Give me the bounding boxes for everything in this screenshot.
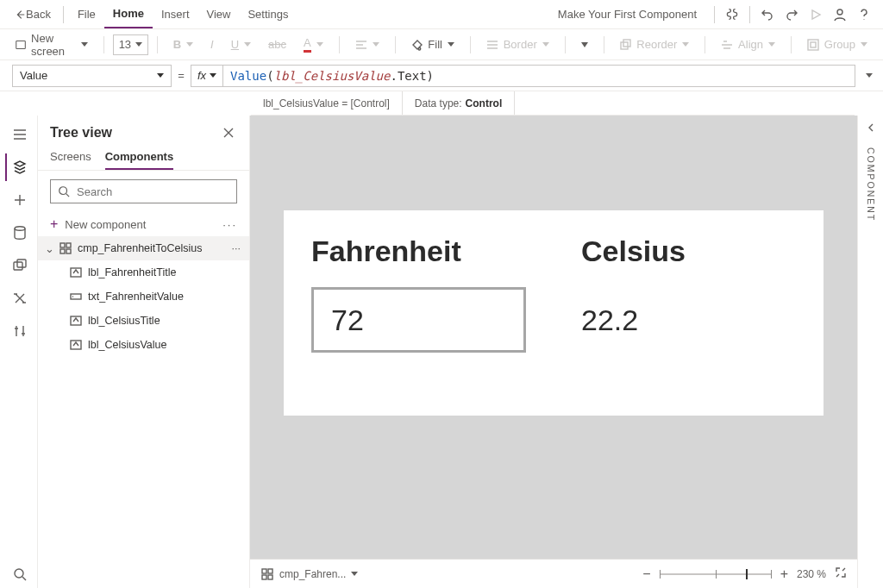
formula-context: lbl_CelsiusValue = [Control] xyxy=(251,91,403,115)
group-button[interactable]: Group xyxy=(800,34,874,54)
equals-label: = xyxy=(172,69,191,82)
label-icon xyxy=(69,314,83,328)
underline-button[interactable]: U xyxy=(224,34,258,54)
rail-variables[interactable] xyxy=(5,285,33,312)
app-checker-icon[interactable] xyxy=(720,3,744,27)
property-dropdown[interactable]: Value xyxy=(12,65,172,87)
reorder-button[interactable]: Reorder xyxy=(612,34,696,54)
tree-item-lbl-celsius-title[interactable]: lbl_CelsiusTitle xyxy=(38,309,249,333)
expand-ribbon-button[interactable] xyxy=(574,39,595,51)
zoom-in-button[interactable]: + xyxy=(780,566,788,582)
rail-advanced[interactable] xyxy=(5,317,33,345)
tab-screens[interactable]: Screens xyxy=(50,150,91,170)
fit-to-window-button[interactable] xyxy=(835,566,847,581)
tree-item-label: cmp_FahrenheitToCelsius xyxy=(78,242,203,254)
more-icon[interactable]: ··· xyxy=(232,242,241,254)
rail-media[interactable] xyxy=(5,252,33,279)
tree-item-lbl-celsius-value[interactable]: lbl_CelsiusValue xyxy=(38,333,249,357)
close-panel-button[interactable] xyxy=(220,124,237,141)
separator xyxy=(157,36,158,53)
expand-properties-button[interactable] xyxy=(866,122,876,135)
text-input-icon xyxy=(69,290,83,303)
rail-insert[interactable] xyxy=(5,186,33,214)
fx-button[interactable]: fx xyxy=(191,65,223,87)
svg-rect-22 xyxy=(268,575,272,579)
chevron-down-icon xyxy=(157,73,164,78)
zoom-out-button[interactable]: − xyxy=(642,566,650,582)
menu-insert[interactable]: Insert xyxy=(153,0,198,28)
tree-item-component-root[interactable]: ⌄ cmp_FahrenheitToCelsius ··· xyxy=(38,236,249,260)
menu-file[interactable]: File xyxy=(69,0,104,28)
plus-icon: + xyxy=(50,217,58,231)
expand-formula-button[interactable] xyxy=(855,73,883,78)
separator xyxy=(395,36,396,53)
collapse-icon[interactable]: ⌄ xyxy=(45,242,53,255)
separator xyxy=(604,36,604,53)
separator xyxy=(791,36,792,53)
tree-item-lbl-fahrenheit-title[interactable]: lbl_FahrenheitTitle xyxy=(38,260,249,285)
fahrenheit-value-input[interactable]: 72 xyxy=(311,287,526,353)
rail-search[interactable] xyxy=(5,560,33,588)
chevron-down-icon xyxy=(81,42,88,47)
svg-rect-8 xyxy=(17,260,26,267)
tree-item-txt-fahrenheit-value[interactable]: txt_FahrenheitValue xyxy=(38,285,249,309)
svg-rect-3 xyxy=(623,40,630,47)
svg-rect-4 xyxy=(808,40,818,50)
tab-components[interactable]: Components xyxy=(105,150,173,170)
strike-button[interactable]: abc xyxy=(261,34,293,54)
right-rail: COMPONENT xyxy=(857,116,883,588)
font-size-input[interactable]: 13 xyxy=(113,34,148,55)
menu-settings[interactable]: Settings xyxy=(239,0,297,28)
new-screen-button[interactable]: New screen xyxy=(9,28,95,61)
svg-rect-19 xyxy=(262,569,266,573)
menu-view[interactable]: View xyxy=(198,0,240,28)
right-panel-label: COMPONENT xyxy=(866,147,876,222)
separator xyxy=(339,36,340,53)
component-preview[interactable]: Fahrenheit 72 Celsius 22.2 xyxy=(284,210,824,416)
tree-view-panel: Tree view Screens Components +New compon… xyxy=(38,116,250,588)
svg-rect-16 xyxy=(71,294,81,299)
rail-hamburger[interactable] xyxy=(5,121,33,148)
svg-point-0 xyxy=(837,9,842,15)
canvas-area[interactable]: Fahrenheit 72 Celsius 22.2 cmp_Fahren... xyxy=(250,116,857,588)
help-icon[interactable] xyxy=(852,3,876,27)
align-objects-button[interactable]: Align xyxy=(714,34,782,54)
border-button[interactable]: Border xyxy=(479,34,556,54)
tree-item-label: txt_FahrenheitValue xyxy=(88,291,184,303)
search-icon xyxy=(58,185,70,197)
more-icon[interactable]: ··· xyxy=(222,218,237,231)
play-button[interactable] xyxy=(804,3,828,27)
rail-data[interactable] xyxy=(5,219,33,247)
rail-tree-view[interactable] xyxy=(5,153,33,181)
tree-search[interactable] xyxy=(50,179,237,203)
component-icon xyxy=(59,241,72,255)
svg-rect-14 xyxy=(66,249,71,253)
svg-rect-12 xyxy=(66,243,71,247)
canvas-footer: cmp_Fahren... − + 230 % xyxy=(250,559,857,588)
svg-rect-11 xyxy=(60,243,65,247)
breadcrumb-item[interactable]: cmp_Fahren... xyxy=(260,567,358,581)
tree-search-input[interactable] xyxy=(77,185,229,198)
align-text-button[interactable] xyxy=(348,36,386,53)
fahrenheit-title-label: Fahrenheit xyxy=(311,235,526,268)
separator xyxy=(714,6,715,23)
font-color-button[interactable]: A xyxy=(297,33,330,56)
redo-button[interactable] xyxy=(780,3,804,27)
separator xyxy=(705,36,705,53)
formula-input[interactable]: Value(lbl_CelsiusValue.Text) xyxy=(223,65,855,87)
new-component-button[interactable]: +New component ··· xyxy=(38,212,249,236)
svg-rect-20 xyxy=(268,569,272,573)
bold-button[interactable]: B xyxy=(166,34,200,54)
svg-point-10 xyxy=(59,187,67,195)
tree-item-label: lbl_FahrenheitTitle xyxy=(88,266,176,278)
italic-button[interactable]: I xyxy=(204,34,221,54)
menu-home[interactable]: Home xyxy=(104,0,153,28)
fill-button[interactable]: Fill xyxy=(404,34,461,54)
formula-bar: Value = fx Value(lbl_CelsiusValue.Text) xyxy=(0,60,883,91)
celsius-title-label: Celsius xyxy=(581,235,796,268)
undo-button[interactable] xyxy=(755,3,780,27)
profile-icon[interactable] xyxy=(828,3,852,27)
back-button[interactable]: Back xyxy=(7,8,58,21)
ribbon-toolbar: New screen 13 B I U abc A Fill Border Re… xyxy=(0,29,883,60)
zoom-slider[interactable] xyxy=(660,573,772,575)
